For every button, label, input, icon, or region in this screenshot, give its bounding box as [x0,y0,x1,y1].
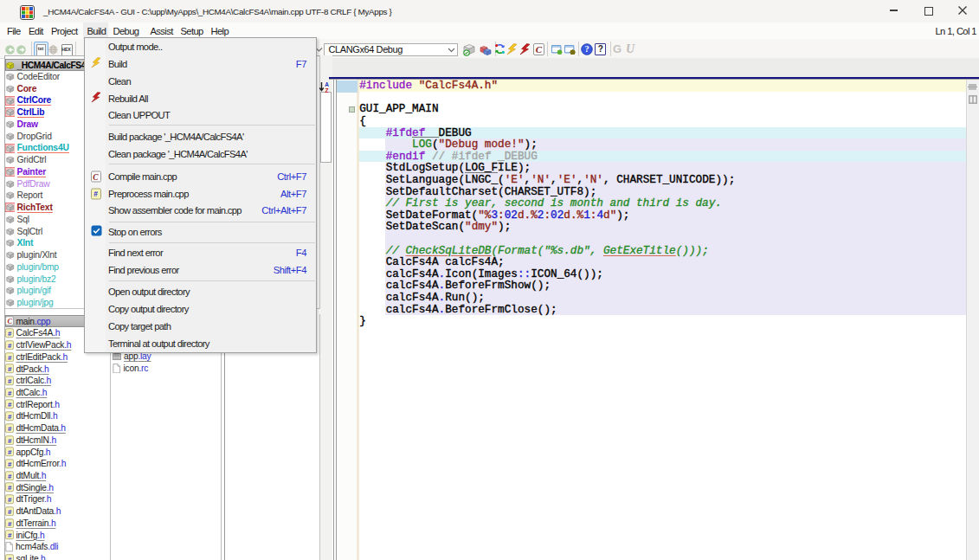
svg-text:Z: Z [325,87,329,93]
svg-text:?: ? [584,44,589,54]
svg-text:C: C [7,318,12,325]
